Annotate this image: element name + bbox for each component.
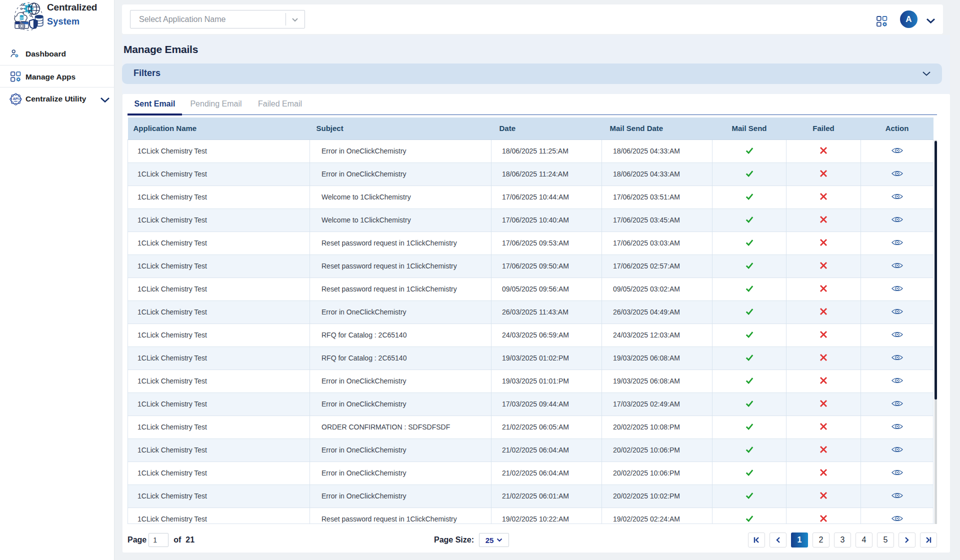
svg-text:API: API	[13, 97, 19, 100]
